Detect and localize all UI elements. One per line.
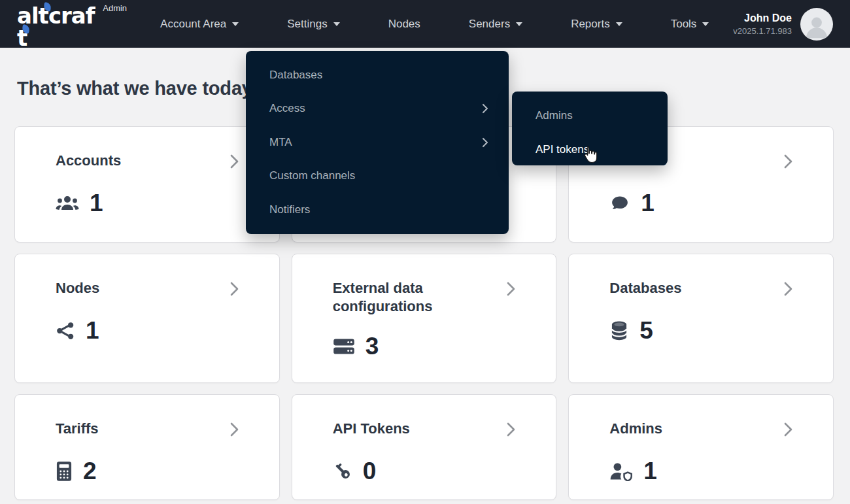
chevron-right-icon[interactable] [781,280,795,300]
chevron-right-icon[interactable] [781,153,795,173]
nav-senders[interactable]: Senders [445,1,547,48]
key-icon [333,462,352,481]
chevron-right-icon[interactable] [227,421,241,441]
avatar[interactable] [800,8,833,41]
app-version: v2025.1.71.983 [733,26,792,36]
chat-bubble-icon [609,193,630,213]
menu-item-access[interactable]: Access [246,92,509,126]
submenu-item-admins[interactable]: Admins [512,99,668,133]
nav-account-area[interactable]: Account Area [136,1,263,48]
card-accounts[interactable]: Accounts 1 [14,126,280,243]
caret-down-icon [616,22,622,26]
submenu-item-api-tokens[interactable]: API tokens [512,133,668,167]
card-external-data-configurations[interactable]: External data configurations 3 [292,254,557,383]
chevron-right-icon[interactable] [503,421,518,441]
card-api-tokens[interactable]: API Tokens 0 [292,394,557,500]
menu-item-custom-channels[interactable]: Custom channels [246,160,509,193]
card-tariffs[interactable]: Tariffs 2 [14,394,280,500]
altcraft-logo[interactable]: altcraft Admin [17,0,127,49]
server-icon [333,337,355,356]
logo-wordmark: altcraft [17,0,97,49]
card-admins[interactable]: Admins 1 [568,394,834,500]
card-nodes[interactable]: Nodes 1 [14,254,280,383]
logo-t-accent-icon: t [17,27,27,49]
menu-item-notifiers[interactable]: Notifiers [246,193,509,227]
user-name: John Doe [733,12,792,24]
top-navigation-bar: altcraft Admin Account Area Settings Nod… [0,0,850,48]
nav-nodes[interactable]: Nodes [364,1,445,48]
admin-badge: Admin [103,0,127,13]
menu-item-databases[interactable]: Databases [246,58,509,92]
card-databases[interactable]: Databases 5 [568,254,834,383]
caret-down-icon [232,22,239,26]
nav-reports[interactable]: Reports [547,1,647,48]
access-submenu: Admins API tokens [512,92,668,165]
menu-item-mta[interactable]: MTA [246,126,509,160]
chevron-right-icon [481,103,489,114]
avatar-placeholder-icon [802,12,831,41]
nav-tools[interactable]: Tools [647,1,734,48]
caret-down-icon [333,22,340,26]
user-shield-icon [609,462,633,481]
chevron-right-icon[interactable] [227,153,241,173]
user-menu[interactable]: John Doe v2025.1.71.983 [733,8,833,41]
share-nodes-icon [56,321,75,341]
chevron-right-icon [481,137,489,148]
users-icon [56,193,79,213]
database-icon [609,320,629,341]
chevron-right-icon[interactable] [227,280,241,300]
caret-down-icon [702,22,709,26]
caret-down-icon [516,22,522,26]
settings-dropdown-menu: Databases Access MTA Custom channels Not… [246,51,509,234]
chevron-right-icon[interactable] [781,421,795,441]
main-nav: Account Area Settings Nodes Senders Repo… [136,1,733,48]
nav-settings[interactable]: Settings [263,1,364,48]
chevron-right-icon[interactable] [503,280,518,300]
logo-t-accent-icon: t [39,5,48,27]
calculator-icon [56,461,73,482]
